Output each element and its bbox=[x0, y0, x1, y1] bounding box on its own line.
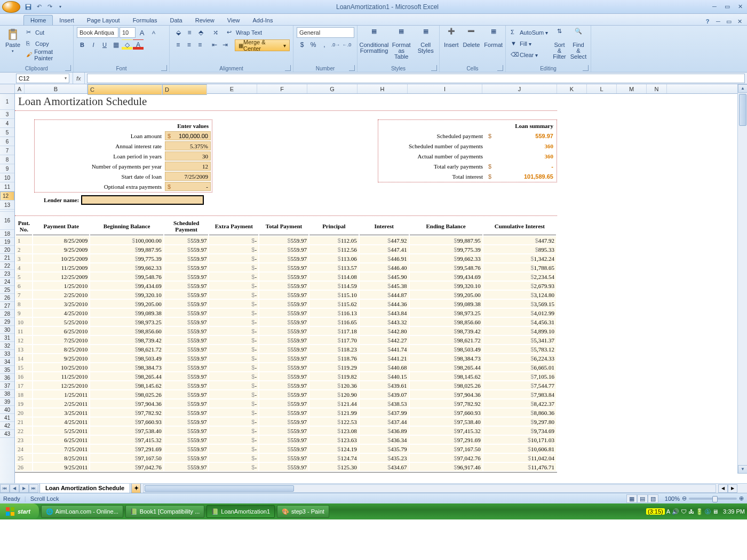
cell[interactable]: $113.06 bbox=[309, 254, 359, 262]
cell[interactable]: $559.97 bbox=[164, 273, 209, 281]
cell[interactable]: $4,899.10 bbox=[483, 327, 556, 335]
cell[interactable]: $- bbox=[209, 282, 258, 290]
row-header[interactable]: 9 bbox=[0, 164, 14, 173]
cell[interactable]: $99,548.76 bbox=[90, 273, 163, 281]
cell[interactable]: $559.97 bbox=[259, 309, 308, 317]
cell[interactable]: $98,145.62 bbox=[410, 372, 482, 380]
cell[interactable]: $435.23 bbox=[360, 454, 409, 462]
cell[interactable]: $97,415.32 bbox=[410, 427, 482, 435]
cell[interactable]: $559.97 bbox=[259, 409, 308, 417]
cell[interactable]: $559.97 bbox=[259, 454, 308, 462]
schedule-row[interactable]: 411/25/2009$99,662.33$559.97$-$559.97$11… bbox=[16, 263, 556, 271]
cell[interactable]: $99,089.38 bbox=[410, 300, 482, 308]
taskbar-item[interactable]: 📗LoanAmortization1 bbox=[206, 505, 275, 518]
cell[interactable]: $559.97 bbox=[259, 399, 308, 407]
cell[interactable]: $123.08 bbox=[309, 427, 359, 435]
cell[interactable]: $447.92 bbox=[360, 236, 409, 244]
ribbon-tab-add-ins[interactable]: Add-Ins bbox=[246, 15, 279, 25]
copy-button[interactable]: ⎘Copy bbox=[25, 38, 70, 49]
cell[interactable]: $- bbox=[209, 263, 258, 271]
row-header[interactable]: 25 bbox=[0, 286, 14, 294]
cell[interactable]: $559.97 bbox=[164, 336, 209, 344]
qat-more-icon[interactable]: ▾ bbox=[55, 2, 65, 12]
schedule-row[interactable]: 310/25/2009$99,775.39$559.97$-$559.97$11… bbox=[16, 254, 556, 262]
cell[interactable]: 5/25/2010 bbox=[33, 318, 89, 326]
cell[interactable]: $6,665.01 bbox=[483, 363, 556, 371]
cell[interactable]: $- bbox=[209, 245, 258, 253]
schedule-row[interactable]: 247/25/2011$97,291.69$559.97$-$559.97$12… bbox=[16, 445, 556, 453]
schedule-row[interactable]: 1712/25/2010$98,145.62$559.97$-$559.97$1… bbox=[16, 381, 556, 389]
format-as-table-button[interactable]: ▦Format as Table bbox=[390, 27, 413, 61]
cut-button[interactable]: ✂Cut bbox=[25, 27, 70, 38]
cell[interactable]: $559.97 bbox=[164, 445, 209, 453]
cell[interactable]: 12 bbox=[16, 336, 32, 344]
tab-last-icon[interactable]: ⏭ bbox=[29, 484, 38, 493]
align-left-icon[interactable]: ≡ bbox=[173, 39, 183, 50]
schedule-row[interactable]: 203/25/2011$97,782.92$559.97$-$559.97$12… bbox=[16, 409, 556, 417]
extra-cell[interactable]: - bbox=[206, 183, 208, 190]
cell[interactable]: $7,105.16 bbox=[483, 372, 556, 380]
cell[interactable]: $99,434.69 bbox=[90, 282, 163, 290]
ribbon-tab-data[interactable]: Data bbox=[163, 15, 188, 25]
cell[interactable]: $99,089.38 bbox=[90, 309, 163, 317]
row-header[interactable]: 3 bbox=[0, 110, 14, 119]
cell[interactable]: 4 bbox=[16, 263, 32, 271]
cell[interactable]: $559.97 bbox=[164, 409, 209, 417]
clear-button[interactable]: ⌫Clear ▾ bbox=[509, 50, 550, 60]
scroll-up-icon[interactable]: ▲ bbox=[738, 84, 747, 93]
horizontal-scrollbar[interactable] bbox=[143, 484, 716, 493]
cell[interactable]: $- bbox=[209, 445, 258, 453]
cell[interactable]: 8/25/2009 bbox=[33, 236, 89, 244]
page-layout-view-icon[interactable]: ▤ bbox=[637, 494, 648, 503]
row-header[interactable]: 26 bbox=[0, 294, 14, 302]
cell[interactable]: $7,983.84 bbox=[483, 390, 556, 398]
col-header-M[interactable]: M bbox=[617, 84, 647, 93]
cell[interactable]: $444.87 bbox=[360, 291, 409, 299]
col-header-J[interactable]: J bbox=[482, 84, 557, 93]
cell[interactable]: $559.97 bbox=[164, 354, 209, 362]
tray-clock[interactable]: 3:39 PM bbox=[723, 508, 745, 515]
tray-bluetooth-icon[interactable]: ⓑ bbox=[705, 508, 711, 516]
cell[interactable]: $97,904.36 bbox=[90, 399, 163, 407]
cell[interactable]: 9/25/2009 bbox=[33, 245, 89, 253]
cell[interactable]: 23 bbox=[16, 436, 32, 444]
col-header-I[interactable]: I bbox=[408, 84, 482, 93]
cell[interactable]: $123.63 bbox=[309, 436, 359, 444]
cell[interactable]: $559.97 bbox=[259, 427, 308, 435]
cell[interactable]: $4,012.99 bbox=[483, 309, 556, 317]
cell[interactable]: $446.40 bbox=[360, 263, 409, 271]
cell[interactable]: $559.97 bbox=[164, 309, 209, 317]
cell[interactable]: $97,660.93 bbox=[410, 409, 482, 417]
scroll-left-icon[interactable]: ◀ bbox=[718, 484, 728, 493]
cell[interactable]: $99,205.00 bbox=[410, 291, 482, 299]
cell[interactable]: $112.56 bbox=[309, 245, 359, 253]
cell[interactable]: $2,234.54 bbox=[483, 273, 556, 281]
cell[interactable]: $97,782.92 bbox=[90, 409, 163, 417]
cell[interactable]: $124.74 bbox=[309, 454, 359, 462]
cell[interactable]: $97,660.93 bbox=[90, 418, 163, 426]
cell[interactable]: $559.97 bbox=[164, 327, 209, 335]
cell[interactable]: $2,679.93 bbox=[483, 282, 556, 290]
cell[interactable]: 10 bbox=[16, 318, 32, 326]
scroll-down-icon[interactable]: ▼ bbox=[738, 465, 747, 474]
cell[interactable]: $445.38 bbox=[360, 282, 409, 290]
cell[interactable]: $559.97 bbox=[164, 254, 209, 262]
cell[interactable]: 11/25/2009 bbox=[33, 263, 89, 271]
cell[interactable]: $- bbox=[209, 363, 258, 371]
lender-name-cell[interactable] bbox=[81, 195, 204, 205]
cell[interactable]: $97,538.40 bbox=[410, 418, 482, 426]
zoom-slider[interactable] bbox=[689, 498, 737, 500]
cell[interactable]: $559.97 bbox=[164, 399, 209, 407]
tray-network-icon[interactable]: 🖧 bbox=[688, 508, 694, 515]
cell[interactable]: $559.97 bbox=[164, 427, 209, 435]
currency-icon[interactable]: $ bbox=[297, 39, 307, 50]
cell[interactable]: $98,973.25 bbox=[90, 318, 163, 326]
start-date-cell[interactable]: 7/25/2009 bbox=[165, 172, 211, 181]
cell[interactable]: $559.97 bbox=[164, 390, 209, 398]
cell[interactable]: 2/25/2010 bbox=[33, 291, 89, 299]
cell[interactable]: $559.97 bbox=[259, 245, 308, 253]
cell[interactable]: $440.15 bbox=[360, 372, 409, 380]
scroll-right-icon[interactable]: ▶ bbox=[728, 484, 737, 493]
start-button[interactable]: start bbox=[0, 503, 39, 519]
cell[interactable]: $- bbox=[209, 372, 258, 380]
